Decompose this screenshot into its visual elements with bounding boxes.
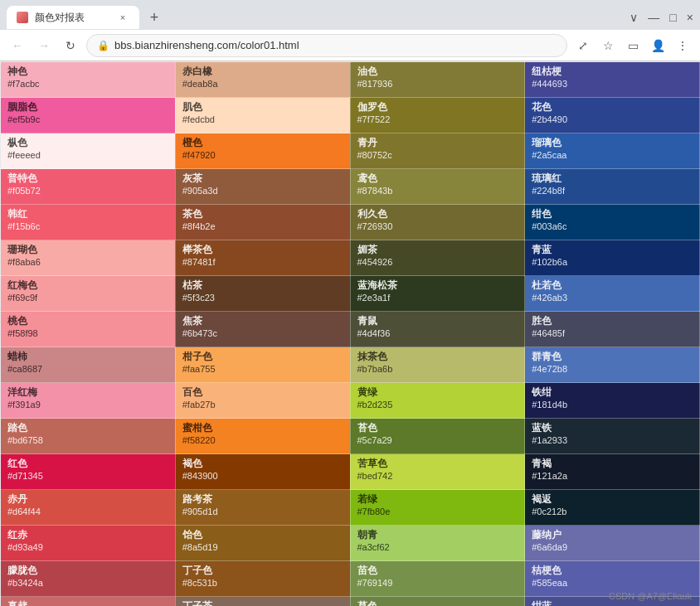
color-hex-label: #5c7a29	[357, 435, 518, 445]
color-hex-label: #bed742	[357, 471, 518, 481]
close-button[interactable]: ×	[687, 11, 693, 24]
expand-icon[interactable]: ∨	[630, 11, 638, 24]
color-hex-label: #a3cf62	[357, 542, 518, 552]
color-hex-label: #f15b6c	[7, 221, 168, 231]
color-name-label: 伽罗色	[357, 101, 518, 114]
sidebar-button[interactable]: ▭	[622, 35, 644, 56]
color-cell: 铁绀#181d4b	[525, 383, 700, 419]
color-table: 神色#f7acbc赤白橡#deab8a油色#817936纽枯梗#444693胭脂…	[0, 61, 700, 606]
forward-button[interactable]: →	[33, 35, 55, 56]
color-name-label: 蜜柑色	[182, 422, 343, 435]
color-name-label: 绀色	[532, 208, 693, 221]
back-button[interactable]: ←	[7, 35, 28, 56]
color-cell: 琉璃红#224b8f	[525, 169, 700, 205]
color-hex-label: #726930	[357, 221, 518, 231]
color-hex-label: #f47920	[182, 150, 343, 160]
color-name-label: 苗色	[357, 565, 518, 578]
menu-button[interactable]: ⋮	[672, 35, 693, 56]
color-hex-label: #426ab3	[532, 293, 693, 303]
color-hex-label: #843900	[182, 471, 343, 481]
lock-icon: 🔒	[97, 40, 109, 51]
color-cell: 利久色#726930	[350, 205, 525, 240]
color-cell: 真赭#c76968	[1, 597, 176, 607]
color-cell: 赤丹#d64f44	[1, 490, 176, 526]
color-hex-label: #454926	[357, 257, 518, 267]
color-cell: 赤白橡#deab8a	[175, 62, 350, 98]
color-name-label: 桃色	[7, 315, 168, 328]
color-cell: 胜色#46485f	[525, 312, 700, 347]
color-hex-label: #f391a9	[7, 400, 168, 410]
color-hex-label: #4e72b8	[532, 364, 693, 374]
color-name-label: 琉璃红	[532, 172, 693, 186]
color-cell: 枞色#feeeed	[1, 133, 176, 169]
color-name-label: 朦胧色	[7, 565, 168, 578]
color-hex-label: #102b6a	[532, 257, 693, 267]
bookmark-button[interactable]: ☆	[597, 35, 619, 56]
color-cell: 青褐#121a2a	[525, 454, 700, 490]
color-cell: 柑子色#faa755	[175, 347, 350, 383]
color-name-label: 胜色	[532, 315, 693, 328]
color-cell: 蓝铁#1a2933	[525, 419, 700, 454]
address-bar[interactable]: 🔒 bbs.bianzhirensheng.com/color01.html	[86, 34, 567, 57]
restore-button[interactable]: □	[669, 11, 676, 24]
color-hex-label: #2e3a1f	[357, 293, 518, 303]
color-name-label: 肌色	[182, 101, 343, 114]
color-hex-label: #4d4f36	[357, 328, 518, 338]
refresh-button[interactable]: ↻	[60, 35, 81, 56]
color-name-label: 褐色	[182, 458, 343, 471]
color-cell: 饴色#8a5d19	[175, 526, 350, 561]
color-name-label: 枞色	[7, 137, 168, 150]
color-cell: 普特色#f05b72	[1, 169, 176, 205]
color-name-label: 饴色	[182, 529, 343, 542]
color-hex-label: #f58220	[182, 435, 343, 445]
table-row: 朦胧色#b3424a丁子色#8c531b苗色#769149桔梗色#585eaa	[1, 561, 700, 597]
color-cell: 褐色#843900	[175, 454, 350, 490]
color-name-label: 赤白橡	[182, 65, 343, 79]
color-hex-label: #003a6c	[532, 221, 693, 231]
color-hex-label: #80752c	[357, 150, 518, 160]
color-cell: 红梅色#f69c9f	[1, 276, 176, 312]
profile-button[interactable]: 👤	[647, 35, 668, 56]
color-hex-label: #585eaa	[532, 578, 693, 588]
minimize-button[interactable]: —	[648, 11, 659, 24]
color-hex-label: #121a2a	[532, 471, 693, 481]
color-hex-label: #444693	[532, 79, 693, 89]
color-name-label: 枯茶	[182, 279, 343, 293]
color-hex-label: #769149	[357, 578, 518, 588]
color-cell: 百色#fab27b	[175, 383, 350, 419]
share-button[interactable]: ⤢	[572, 35, 594, 56]
color-name-label: 草色	[357, 600, 518, 606]
color-cell: 藤纳户#6a6da9	[525, 526, 700, 561]
active-tab[interactable]: 颜色对报表 ×	[7, 6, 139, 29]
color-name-label: 苔色	[357, 422, 518, 435]
color-hex-label: #8f4b2e	[182, 221, 343, 231]
color-cell: 伽罗色#7f7522	[350, 98, 525, 133]
color-name-label: 蓝铁	[532, 422, 693, 435]
color-name-label: 洋红梅	[7, 386, 168, 400]
color-name-label: 藤纳户	[532, 529, 693, 542]
color-name-label: 普特色	[7, 172, 168, 186]
color-cell: 黄绿#b2d235	[350, 383, 525, 419]
color-cell: 路考茶#905d1d	[175, 490, 350, 526]
color-name-label: 群青色	[532, 351, 693, 364]
color-hex-label: #7fb80e	[357, 507, 518, 516]
color-cell: 焦茶#6b473c	[175, 312, 350, 347]
color-name-label: 珊瑚色	[7, 244, 168, 257]
color-name-label: 灰茶	[182, 172, 343, 186]
color-name-label: 青鼠	[357, 315, 518, 328]
color-cell: 纽枯梗#444693	[525, 62, 700, 98]
table-row: 洋红梅#f391a9百色#fab27b黄绿#b2d235铁绀#181d4b	[1, 383, 700, 419]
new-tab-button[interactable]: +	[143, 6, 166, 29]
tab-close-button[interactable]: ×	[116, 11, 129, 24]
color-hex-label: #1a2933	[532, 435, 693, 445]
nav-bar: ← → ↻ 🔒 bbs.bianzhirensheng.com/color01.…	[0, 30, 700, 61]
color-hex-label: #b7ba6b	[357, 364, 518, 374]
color-name-label: 瑠璃色	[532, 137, 693, 150]
color-name-label: 利久色	[357, 208, 518, 221]
color-cell: 丁子茶#826858	[175, 597, 350, 607]
color-cell: 蓝海松茶#2e3a1f	[350, 276, 525, 312]
color-name-label: 茶色	[182, 208, 343, 221]
color-hex-label: #f58f98	[7, 328, 168, 338]
color-hex-label: #b3424a	[7, 578, 168, 588]
color-hex-label: #905a3d	[182, 186, 343, 196]
